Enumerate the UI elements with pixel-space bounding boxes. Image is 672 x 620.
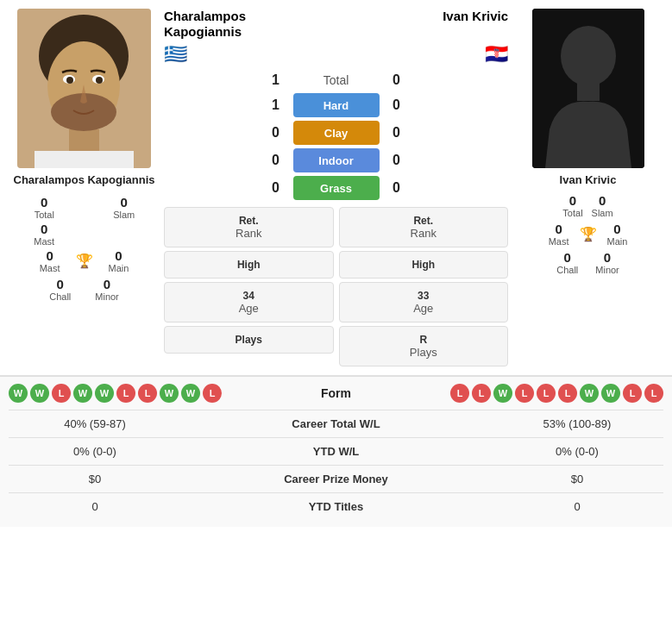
total-label: Total — [293, 73, 380, 87]
form-badge: W — [580, 384, 599, 403]
player1-rank-box: Ret. Rank — [164, 207, 334, 247]
stat-center-0: Career Total W/L — [259, 417, 414, 430]
player2-name: Ivan Krivic — [560, 173, 617, 188]
total-score2: 0 — [388, 72, 405, 88]
player2-slam-label: Slam — [592, 208, 613, 218]
grass-score1: 0 — [267, 180, 285, 196]
stat-row-1: 0% (0-0)YTD W/L0% (0-0) — [9, 437, 663, 465]
stat-right-0: 53% (100-89) — [491, 417, 663, 430]
player1-slam-label: Slam — [113, 210, 135, 220]
player1-slam-val: 0 — [121, 195, 128, 210]
hard-score2: 0 — [388, 97, 405, 113]
clay-badge: Clay — [293, 121, 380, 145]
stat-row-3: 0YTD Titles0 — [9, 492, 663, 520]
player2-minor-val: 0 — [604, 250, 611, 265]
player1-minor-cell: 0 Minor — [95, 277, 119, 302]
player2-photo — [532, 9, 644, 168]
stat-row-0: 40% (59-87)Career Total W/L53% (100-89) — [9, 410, 663, 437]
player1-main-label: Main — [109, 263, 129, 273]
player1-high-label: High — [169, 259, 329, 271]
player1-mast-cell: 0 Mast — [9, 222, 80, 247]
player2-main-label: Main — [607, 236, 628, 247]
total-row: 1 Total 0 — [267, 72, 405, 88]
form-badge: L — [52, 384, 71, 403]
form-row: WWLWWLLWWL Form LLWLLLWWLL — [9, 384, 663, 403]
svg-rect-2 — [35, 151, 134, 168]
player1-form-badges: WWLWWLLWWL — [9, 384, 222, 403]
surface-rows: 1 Hard 0 0 Clay 0 0 Indoor 0 — [164, 93, 508, 200]
form-badge: W — [160, 384, 179, 403]
player1-chall-label: Chall — [49, 291, 71, 302]
svg-rect-12 — [577, 82, 600, 101]
player1-photo — [17, 9, 151, 168]
stat-center-1: YTD W/L — [259, 445, 414, 458]
stat-left-0: 40% (59-87) — [9, 417, 181, 430]
player1-rank-title: Ret. — [169, 215, 329, 227]
player2-main-val: 0 — [613, 222, 620, 236]
player2-form-badges: LLWLLLWWLL — [450, 384, 663, 403]
player1-flag: 🇬🇷 — [164, 43, 187, 66]
player1-age-val: 34 — [169, 290, 329, 302]
player1-mast2-val: 0 — [46, 248, 53, 263]
stat-left-2: $0 — [9, 473, 181, 485]
player1-trophy-icon: 🏆 — [76, 253, 93, 269]
player2-rank-box: Ret. Rank — [339, 207, 509, 247]
player2-age-label: Age — [344, 302, 504, 315]
stat-right-3: 0 — [491, 500, 663, 513]
indoor-badge: Indoor — [293, 148, 380, 172]
player1-mast-label: Mast — [34, 236, 54, 247]
form-badge: W — [9, 384, 28, 403]
form-badge: W — [601, 384, 620, 403]
player1-minor-label: Minor — [95, 291, 119, 302]
player1-mast2-cell: 0 Mast — [40, 248, 60, 273]
player1-total-val: 0 — [41, 195, 47, 210]
indoor-score2: 0 — [388, 153, 405, 168]
form-badge: L — [138, 384, 157, 403]
form-badge: W — [30, 384, 49, 403]
player2-high-label: High — [344, 259, 504, 271]
player1-chall-val: 0 — [57, 277, 64, 291]
player2-age-val: 33 — [344, 290, 504, 302]
svg-point-8 — [66, 77, 73, 84]
player1-card: Charalampos Kapogiannis 0 Total 0 Slam 0… — [9, 9, 160, 302]
grass-row: 0 Grass 0 — [164, 176, 508, 200]
form-badge: L — [472, 384, 491, 403]
player1-main-cell: 0 Main — [109, 248, 129, 273]
player1-mast-val: 0 — [41, 222, 47, 236]
stat-right-1: 0% (0-0) — [491, 445, 663, 458]
player2-mast-cell: 0 Mast — [549, 222, 569, 247]
player1-total-label: Total — [35, 210, 54, 220]
stat-center-3: YTD Titles — [259, 500, 414, 513]
player2-main-cell: 0 Main — [607, 222, 628, 247]
hard-row: 1 Hard 0 — [164, 93, 508, 117]
player2-minor-label: Minor — [595, 265, 619, 275]
player1-plays-box: Plays — [164, 326, 334, 354]
player2-chall-cell: 0 Chall — [556, 250, 578, 275]
indoor-score1: 0 — [267, 153, 285, 168]
player2-total-val: 0 — [569, 193, 576, 208]
player2-plays-box: R Plays — [339, 326, 509, 366]
indoor-row: 0 Indoor 0 — [164, 148, 508, 172]
player2-name-top: Ivan Krivic — [443, 9, 508, 24]
player2-total-label: Total — [562, 208, 582, 218]
total-score1: 1 — [267, 72, 285, 88]
form-badge: W — [181, 384, 200, 403]
svg-point-9 — [96, 77, 103, 84]
player2-mast-val: 0 — [555, 222, 562, 236]
player2-plays-sub: Plays — [344, 346, 504, 359]
main-container: Charalampos Kapogiannis 0 Total 0 Slam 0… — [0, 0, 672, 527]
stat-left-3: 0 — [9, 500, 181, 513]
grass-badge: Grass — [293, 176, 380, 200]
grass-score2: 0 — [388, 180, 405, 196]
form-badge: L — [116, 384, 135, 403]
player1-name-top: Charalampos Kapogiannis — [164, 9, 285, 40]
player1-minor-val: 0 — [104, 277, 110, 291]
stat-row-2: $0Career Prize Money$0 — [9, 465, 663, 492]
player2-slam-cell: 0 Slam — [592, 193, 613, 218]
hard-score1: 1 — [267, 97, 285, 113]
player2-plays-val: R — [344, 334, 504, 346]
hard-badge: Hard — [293, 93, 380, 117]
player1-age-label: Age — [169, 302, 329, 315]
player1-age-box: 34 Age — [164, 282, 334, 323]
player1-name: Charalampos Kapogiannis — [14, 173, 155, 188]
